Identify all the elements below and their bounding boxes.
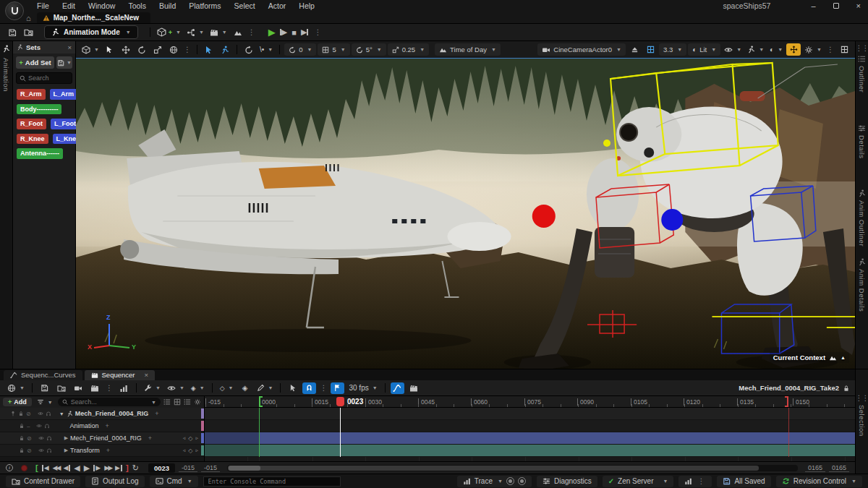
seq-camera-button[interactable]: [71, 381, 85, 395]
seq-playback-dropdown[interactable]: ◈▼: [189, 381, 207, 395]
move-snap-control[interactable]: 0▼: [284, 43, 316, 56]
play-forward-button[interactable]: ▶: [84, 463, 90, 473]
zen-server-dropdown[interactable]: ✓ Zen Server▼: [603, 476, 674, 487]
orbit-button[interactable]: [242, 43, 256, 57]
menu-help[interactable]: Help: [292, 1, 321, 10]
track-row[interactable]: ⊘ ▶ Transform + ◃◇▹: [0, 445, 204, 457]
timeline-ruler[interactable]: -015 0000 0015 0030 0045 0060 0075 0090 …: [205, 396, 855, 408]
track-settings-icon[interactable]: [194, 398, 201, 406]
pivot-button[interactable]: \•▼: [258, 43, 275, 57]
timeline-lane[interactable]: [205, 408, 855, 420]
set-tag[interactable]: R_Foot: [17, 119, 46, 129]
current-context-badge[interactable]: Current Context ▲: [770, 352, 849, 363]
view-start-field[interactable]: -015: [179, 464, 197, 472]
cinematics-button[interactable]: ▼: [208, 25, 229, 40]
add-section-icon[interactable]: +: [106, 447, 110, 454]
menu-edit[interactable]: Edit: [56, 1, 82, 10]
to-end-button[interactable]: ▶: [115, 464, 122, 471]
seq-render-button[interactable]: [116, 381, 131, 395]
transform-section-band[interactable]: [205, 445, 855, 456]
animation-vertical-tab[interactable]: Animation: [2, 58, 10, 92]
view-mode-dropdown[interactable]: ◐Lit▼: [688, 43, 720, 56]
perspective-dropdown[interactable]: Time of Day▼: [435, 43, 501, 56]
step-back-button[interactable]: ◀: [63, 464, 70, 471]
expand-caret-icon[interactable]: ▼: [59, 411, 64, 416]
play-button[interactable]: ▶: [268, 27, 276, 38]
seq-select-button[interactable]: [286, 381, 300, 395]
transform-options-icon[interactable]: ⋮: [182, 46, 192, 53]
seq-edit-dropdown[interactable]: ▼: [255, 381, 276, 395]
work-end-field[interactable]: 0165: [805, 464, 825, 472]
add-section-icon[interactable]: +: [148, 435, 152, 442]
menu-select[interactable]: Select: [228, 1, 262, 10]
timeline[interactable]: -015 0000 0015 0030 0045 0060 0075 0090 …: [205, 396, 855, 461]
playback-start-bracket[interactable]: [259, 396, 263, 407]
track-row[interactable]: ⊘ ▼ Mech_Friend_0004_RIG +: [0, 408, 204, 420]
play-reverse-button[interactable]: ◀: [74, 463, 80, 473]
seq-options-icon[interactable]: ⋮: [104, 384, 114, 392]
tab-selection[interactable]: ⋮⋮ Selection: [854, 394, 868, 437]
keyframe-nav[interactable]: ◃◇▹: [183, 435, 198, 442]
play-options-icon[interactable]: ⋮: [312, 28, 323, 36]
track-row[interactable]: ⊘ ▶ Mech_Friend_0004_RIG + ◃◇▹: [0, 432, 204, 445]
tab-outliner[interactable]: Outliner: [858, 55, 866, 93]
panel-menu-icon[interactable]: ⋮⋮: [854, 44, 868, 52]
move-tool[interactable]: [119, 43, 133, 57]
track-search-input[interactable]: [71, 398, 147, 406]
add-section-icon[interactable]: +: [155, 410, 158, 417]
timeline-lanes[interactable]: [205, 408, 855, 461]
sequence-breadcrumb-button[interactable]: [407, 381, 421, 395]
seq-keyframe-dropdown[interactable]: ◇▼: [218, 381, 236, 395]
transform-toggle-button[interactable]: [786, 43, 801, 56]
grid-snap-control[interactable]: 5▼: [318, 43, 349, 56]
content-drawer-button[interactable]: Content Drawer: [6, 476, 80, 487]
menu-tools[interactable]: Tools: [122, 1, 153, 10]
tab-anim-outliner[interactable]: Anim Outliner: [858, 189, 866, 247]
timeline-scrollbar[interactable]: [227, 465, 798, 471]
performance-button[interactable]: ⋮: [678, 476, 712, 487]
add-track-button[interactable]: +Add: [3, 398, 32, 406]
track-search[interactable]: ▼: [58, 398, 161, 406]
loop-button[interactable]: ↻: [132, 463, 139, 473]
seq-cinematic-button[interactable]: [88, 381, 102, 395]
scrollbar-grip[interactable]: [229, 466, 260, 471]
toolbar-overflow-icon[interactable]: ⋮: [247, 28, 257, 36]
viewport-scene[interactable]: Z Y X Current Context ▲: [76, 58, 855, 369]
set-start-bracket-button[interactable]: [: [35, 463, 38, 472]
menu-file[interactable]: File: [30, 1, 56, 10]
set-tag[interactable]: R_Knee: [17, 134, 48, 145]
output-log-button[interactable]: Output Log: [85, 476, 144, 487]
scale-tool[interactable]: [150, 43, 165, 57]
seq-autokey-button[interactable]: ◈: [238, 381, 252, 395]
menu-actor[interactable]: Actor: [262, 1, 293, 10]
view-density-relaxed-icon[interactable]: [174, 398, 181, 406]
tab-sequencer[interactable]: Sequencer ×: [85, 370, 156, 380]
tab-sequencer-curves[interactable]: Sequenc...Curves: [4, 370, 82, 380]
home-icon[interactable]: ⌂: [26, 13, 31, 23]
console-input[interactable]: [208, 478, 336, 485]
show-flags-dropdown[interactable]: ▼: [722, 43, 744, 57]
jump-forward-button[interactable]: ▶▶: [104, 464, 111, 471]
set-tag[interactable]: L_Foot: [51, 119, 80, 129]
fps-dropdown[interactable]: 30 fps▼: [346, 381, 379, 395]
anim-viz-dropdown[interactable]: ▼: [745, 43, 766, 57]
view-options-icon[interactable]: [184, 398, 191, 406]
curve-editor-button[interactable]: [391, 382, 404, 394]
keyframe-nav[interactable]: ◃◇▹: [183, 448, 198, 454]
menu-build[interactable]: Build: [153, 1, 182, 10]
sets-close-icon[interactable]: ×: [67, 43, 72, 51]
save-button[interactable]: [5, 25, 20, 40]
seq-actions-dropdown[interactable]: ▼: [142, 381, 163, 395]
viewport-options-icon[interactable]: ⋮: [825, 46, 835, 53]
playback-end-bracket[interactable]: [785, 396, 788, 407]
menu-platforms[interactable]: Platforms: [182, 1, 227, 10]
diagnostics-button[interactable]: Diagnostics: [537, 476, 597, 487]
browse-content-button[interactable]: [21, 25, 35, 40]
landscape-button[interactable]: [231, 25, 245, 40]
resolution-icon[interactable]: [643, 43, 658, 57]
scale-snap-control[interactable]: 0.25▼: [388, 43, 429, 56]
playhead-line[interactable]: [340, 408, 341, 457]
snap-options-icon[interactable]: ⋮: [318, 384, 328, 392]
menu-window[interactable]: Window: [82, 1, 122, 10]
play-from-here-button[interactable]: ▶: [280, 27, 287, 37]
